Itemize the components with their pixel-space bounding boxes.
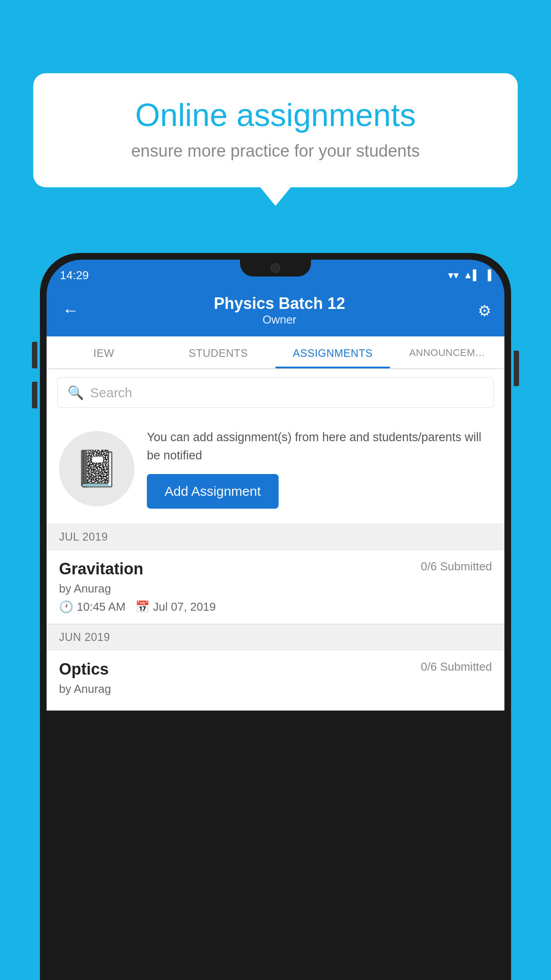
assignment-item-optics[interactable]: Optics 0/6 Submitted by Anurag bbox=[47, 650, 504, 711]
assignment-date-gravitation: 📅 Jul 07, 2019 bbox=[135, 600, 216, 614]
tab-assignments[interactable]: ASSIGNMENTS bbox=[276, 336, 390, 368]
speech-bubble: Online assignments ensure more practice … bbox=[33, 73, 518, 187]
assignment-submitted-optics: 0/6 Submitted bbox=[421, 660, 492, 674]
back-button[interactable]: ← bbox=[60, 299, 81, 322]
search-container: 🔍 Search bbox=[47, 369, 504, 416]
screen-content: 🔍 Search 📓 You can add assignment(s) fro… bbox=[47, 369, 504, 711]
volume-up-button bbox=[32, 342, 37, 368]
speech-bubble-subtitle: ensure more practice for your students bbox=[62, 142, 489, 161]
info-description: You can add assignment(s) from here and … bbox=[147, 428, 492, 464]
settings-button[interactable]: ⚙ bbox=[478, 302, 491, 320]
assignment-name-optics: Optics bbox=[59, 660, 109, 679]
assignment-submitted-gravitation: 0/6 Submitted bbox=[421, 560, 492, 573]
assignment-by-optics: by Anurag bbox=[59, 682, 492, 696]
tab-announcements[interactable]: ANNOUNCEM… bbox=[390, 336, 504, 368]
info-text-section: You can add assignment(s) from here and … bbox=[147, 428, 492, 509]
notebook-icon: 📓 bbox=[75, 448, 119, 490]
signal-icon: ▲▌ bbox=[463, 269, 480, 281]
calendar-icon: 📅 bbox=[135, 600, 150, 614]
header-subtitle: Owner bbox=[81, 313, 478, 327]
section-header-jun: JUN 2019 bbox=[47, 624, 504, 650]
assignment-time-gravitation: 🕐 10:45 AM bbox=[59, 600, 126, 614]
battery-icon: ▐ bbox=[484, 269, 491, 281]
camera-dot bbox=[271, 263, 280, 273]
search-placeholder: Search bbox=[90, 385, 132, 400]
section-header-jul: JUL 2019 bbox=[47, 524, 504, 550]
assignment-name-gravitation: Gravitation bbox=[59, 560, 143, 578]
search-icon: 🔍 bbox=[67, 385, 84, 400]
assignment-item-gravitation[interactable]: Gravitation 0/6 Submitted by Anurag 🕐 10… bbox=[47, 550, 504, 624]
assignment-time-text: 10:45 AM bbox=[77, 600, 126, 614]
wifi-icon: ▾▾ bbox=[448, 269, 459, 281]
power-button bbox=[514, 351, 519, 386]
header-center: Physics Batch 12 Owner bbox=[81, 294, 478, 327]
status-icons: ▾▾ ▲▌ ▐ bbox=[448, 269, 491, 281]
app-header: ← Physics Batch 12 Owner ⚙ bbox=[47, 286, 504, 336]
assignment-icon-circle: 📓 bbox=[59, 431, 134, 506]
phone-notch bbox=[240, 260, 311, 277]
speech-bubble-title: Online assignments bbox=[62, 98, 489, 133]
tab-students[interactable]: STUDENTS bbox=[161, 336, 276, 368]
search-bar[interactable]: 🔍 Search bbox=[57, 377, 494, 408]
header-title: Physics Batch 12 bbox=[81, 294, 478, 313]
add-assignment-button[interactable]: Add Assignment bbox=[147, 474, 279, 509]
info-card: 📓 You can add assignment(s) from here an… bbox=[47, 416, 504, 524]
assignment-date-text: Jul 07, 2019 bbox=[153, 600, 216, 614]
tab-iew[interactable]: IEW bbox=[47, 336, 161, 368]
volume-down-button bbox=[32, 382, 37, 408]
assignment-meta-gravitation: 🕐 10:45 AM 📅 Jul 07, 2019 bbox=[59, 600, 492, 614]
assignment-by-gravitation: by Anurag bbox=[59, 582, 492, 596]
status-time: 14:29 bbox=[60, 269, 89, 282]
clock-icon: 🕐 bbox=[59, 600, 73, 614]
tab-bar: IEW STUDENTS ASSIGNMENTS ANNOUNCEM… bbox=[47, 336, 504, 369]
phone-device: 14:29 ▾▾ ▲▌ ▐ ← Physics Batch 12 Owner ⚙… bbox=[40, 253, 511, 980]
